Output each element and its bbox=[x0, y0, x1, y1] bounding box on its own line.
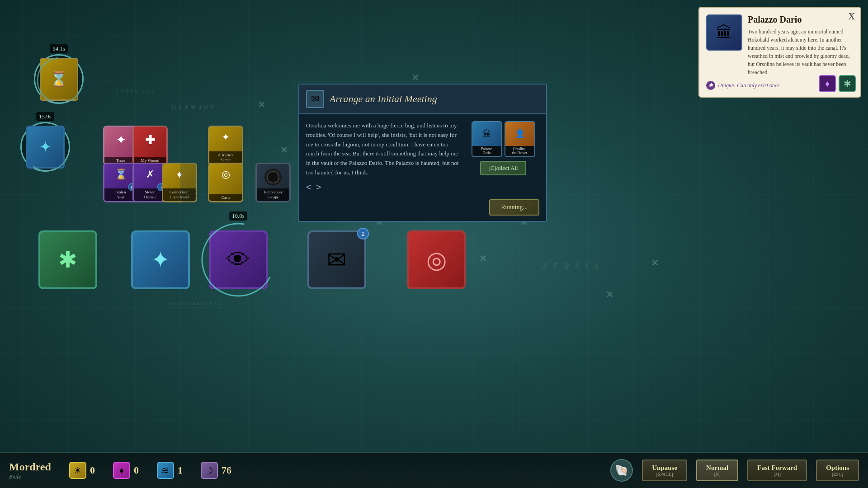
player-name: Mordred bbox=[9, 461, 51, 473]
tooltip-header: 🏛 Palazzo Dario Two hundred years ago, a… bbox=[706, 14, 854, 76]
dialog-title: Arrange an Initial Meeting bbox=[330, 93, 437, 105]
dialog-card-orsolina[interactable]: 👤 Orsolina,the Delver bbox=[505, 121, 535, 157]
dialog-nav: < > bbox=[306, 182, 460, 192]
unpause-button[interactable]: Unpause [SPACE] bbox=[642, 460, 687, 481]
stat-purple-value: 76 bbox=[222, 465, 231, 476]
options-button[interactable]: Options [ESC] bbox=[816, 460, 859, 481]
dialog-prev-btn[interactable]: < bbox=[306, 182, 311, 192]
timer-card-2[interactable]: 15.9s ✦ bbox=[20, 122, 70, 172]
tooltip-bottom-icons: ♦ ✱ bbox=[819, 75, 856, 92]
orsolina-card-label: Orsolina,the Delver bbox=[505, 146, 534, 156]
tooltip-description: Two hundred years ago, an immortal named… bbox=[748, 28, 854, 76]
normal-sub: [N] bbox=[714, 472, 721, 477]
tooltip-close-btn[interactable]: X bbox=[849, 11, 855, 22]
card-slot-empty bbox=[180, 163, 196, 202]
palazzo-card-label: PalazzoDario bbox=[472, 146, 501, 156]
stat-purple: ☽ 76 bbox=[201, 462, 231, 479]
tooltip-image: 🏛 bbox=[706, 14, 742, 51]
fast-forward-sub: [M] bbox=[774, 472, 781, 477]
stat-blue-icon: ≋ bbox=[157, 462, 174, 479]
player-info: Mordred Exile bbox=[9, 461, 51, 480]
tooltip-icon-btn-2[interactable]: ✱ bbox=[839, 75, 856, 92]
stat-yellow-icon: ☀ bbox=[69, 462, 86, 479]
stat-pink-icon: ♦ bbox=[113, 462, 130, 479]
card-temptation-escape[interactable]: Temptation:Escape bbox=[255, 163, 291, 202]
normal-button[interactable]: Normal [N] bbox=[696, 460, 738, 481]
stat-pink: ♦ 0 bbox=[113, 462, 139, 479]
collect-all-button[interactable]: [C]ollect All bbox=[480, 161, 526, 175]
map-label-med: MEDITERRANEAN bbox=[167, 300, 222, 306]
tooltip-panel: X 🏛 Palazzo Dario Two hundred years ago,… bbox=[698, 7, 861, 98]
shell-button[interactable]: 🐚 bbox=[610, 459, 633, 482]
options-sub: [ESC] bbox=[832, 472, 843, 477]
timer-card-1[interactable]: 54.1s ⌛ bbox=[34, 54, 84, 104]
bottom-bar: Mordred Exile ☀ 0 ♦ 0 ≋ 1 ☽ 76 🐚 Unpause… bbox=[0, 452, 868, 488]
svg-point-2 bbox=[202, 224, 274, 296]
unpause-label: Unpause bbox=[652, 464, 677, 472]
timer-2-value: 15.9s bbox=[36, 112, 54, 121]
dialog-card-pair: 🏛 PalazzoDario 👤 Orsolina,the Delver bbox=[472, 121, 535, 157]
dialog-text: Orsolina welcomes me with a huge fierce … bbox=[306, 121, 460, 178]
stat-yellow: ☀ 0 bbox=[69, 462, 95, 479]
card-a-knifes-secret[interactable]: ✦ A Knife'sSecret bbox=[208, 126, 243, 165]
card-my-wound[interactable]: ✚ My Wound bbox=[132, 126, 168, 165]
svg-point-1 bbox=[24, 126, 69, 171]
map-label-persia: P E R S I A bbox=[542, 262, 601, 272]
stat-purple-icon: ☽ bbox=[201, 462, 218, 479]
unique-text: Unique: Can only exist once bbox=[718, 82, 780, 89]
card-cash[interactable]: ◎ Cash bbox=[208, 163, 243, 202]
timer-1-value: 54.1s bbox=[50, 44, 68, 53]
map-label-north: NORTH SEA bbox=[115, 88, 156, 94]
timer-3-value: 10.0s bbox=[229, 211, 247, 221]
fast-forward-label: Fast Forward bbox=[757, 464, 797, 472]
svg-point-0 bbox=[38, 58, 83, 103]
dialog-icon: ✉ bbox=[306, 90, 324, 108]
dialog-panel: ✉ Arrange an Initial Meeting Orsolina we… bbox=[298, 84, 547, 222]
player-subtitle: Exile bbox=[9, 473, 51, 480]
stat-blue-value: 1 bbox=[178, 465, 183, 476]
large-card-green[interactable]: ✱ bbox=[38, 230, 97, 289]
large-card-letter[interactable]: ✉ 2 bbox=[307, 230, 366, 289]
large-card-red[interactable]: ◎ bbox=[407, 230, 466, 289]
stat-yellow-value: 0 bbox=[90, 465, 95, 476]
dialog-card-palazzo[interactable]: 🏛 PalazzoDario bbox=[472, 121, 502, 157]
stat-pink-value: 0 bbox=[134, 465, 139, 476]
unique-icon: ✱ bbox=[706, 81, 715, 90]
dialog-next-btn[interactable]: > bbox=[316, 182, 321, 192]
stat-blue: ≋ 1 bbox=[157, 462, 183, 479]
unpause-sub: [SPACE] bbox=[656, 472, 673, 477]
large-card-cyan[interactable]: ✦ bbox=[131, 230, 190, 289]
tooltip-icon-btn-1[interactable]: ♦ bbox=[819, 75, 836, 92]
tooltip-content: Palazzo Dario Two hundred years ago, an … bbox=[748, 14, 854, 76]
normal-label: Normal bbox=[706, 464, 728, 472]
map-label-germany: GERMANY bbox=[172, 104, 216, 111]
dialog-header: ✉ Arrange an Initial Meeting bbox=[299, 84, 546, 114]
dialog-body: Orsolina welcomes me with a huge fierce … bbox=[299, 114, 546, 199]
tooltip-title: Palazzo Dario bbox=[748, 14, 854, 25]
timer-card-3-container[interactable]: 10.0s 👁 bbox=[200, 221, 277, 298]
options-label: Options bbox=[826, 464, 849, 472]
fast-forward-button[interactable]: Fast Forward [M] bbox=[747, 460, 807, 481]
running-button[interactable]: Running... bbox=[489, 199, 539, 216]
dialog-cards-section: 🏛 PalazzoDario 👤 Orsolina,the Delver [C]… bbox=[467, 121, 539, 192]
